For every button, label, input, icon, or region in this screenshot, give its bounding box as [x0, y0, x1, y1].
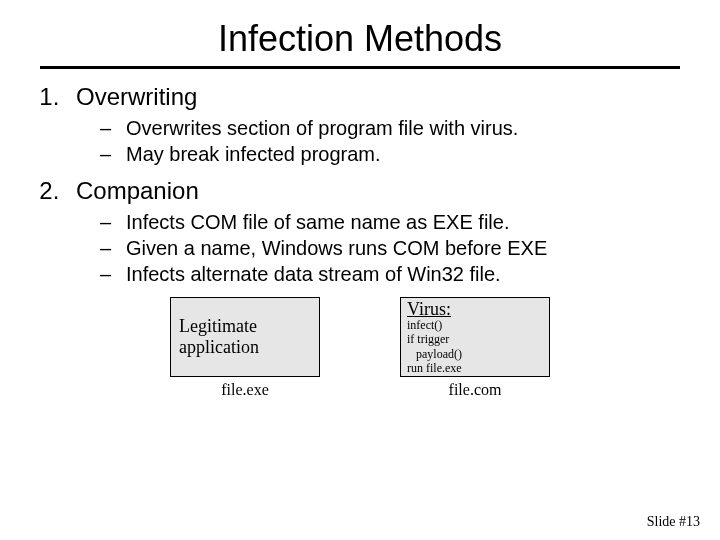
sublist-companion: Infects COM file of same name as EXE fil… [76, 209, 680, 287]
slide-number: Slide #13 [647, 514, 700, 530]
diagram-row: Legitimate application file.exe Virus: i… [40, 297, 680, 399]
legit-caption: file.exe [170, 381, 320, 399]
slide-content: Overwriting Overwrites section of progra… [0, 83, 720, 399]
slide-title: Infection Methods [0, 18, 720, 60]
sublist-overwriting: Overwrites section of program file with … [76, 115, 680, 167]
sub-item: Overwrites section of program file with … [100, 115, 680, 141]
virus-title: Virus: [407, 300, 543, 318]
ordered-list: Overwriting Overwrites section of progra… [40, 83, 680, 287]
item-label: Overwriting [76, 83, 197, 110]
list-item-overwriting: Overwriting Overwrites section of progra… [66, 83, 680, 167]
title-underline [40, 66, 680, 69]
virus-box: Virus: infect() if trigger payload() run… [400, 297, 550, 377]
sub-item: Infects alternate data stream of Win32 f… [100, 261, 680, 287]
list-item-companion: Companion Infects COM file of same name … [66, 177, 680, 287]
legit-box-wrap: Legitimate application file.exe [170, 297, 320, 399]
legit-line1: Legitimate [179, 316, 311, 337]
virus-caption: file.com [400, 381, 550, 399]
virus-box-wrap: Virus: infect() if trigger payload() run… [400, 297, 550, 399]
item-label: Companion [76, 177, 199, 204]
virus-code: infect() if trigger payload() run file.e… [407, 318, 543, 376]
sub-item: Infects COM file of same name as EXE fil… [100, 209, 680, 235]
legit-box: Legitimate application [170, 297, 320, 377]
sub-item: May break infected program. [100, 141, 680, 167]
sub-item: Given a name, Windows runs COM before EX… [100, 235, 680, 261]
legit-line2: application [179, 337, 311, 358]
